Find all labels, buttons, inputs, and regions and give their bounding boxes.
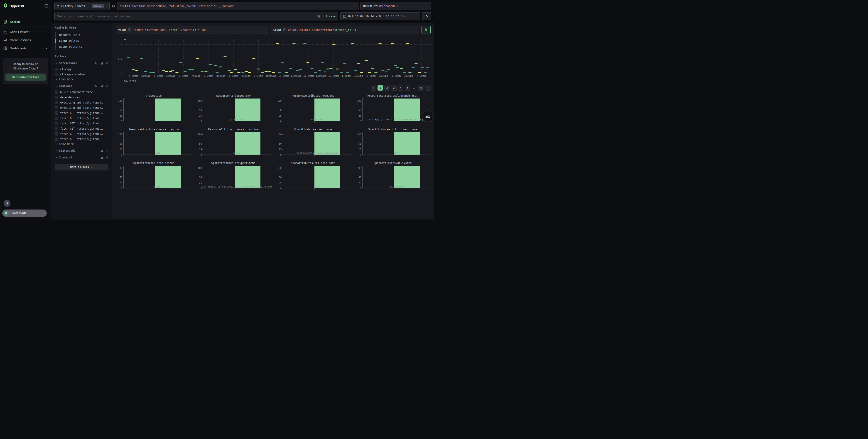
- checkbox[interactable]: [55, 138, 58, 141]
- sidebar-item-dashboards[interactable]: Dashboards: [0, 44, 51, 52]
- attribute-chart-spanattributes-net-peer-port[interactable]: SpanAttributes.net.peer.port100502508443: [275, 162, 351, 192]
- filter-value-row[interactable]: executing api route (app)…: [55, 100, 108, 105]
- filter-group-title: SpanName: [59, 84, 93, 88]
- filter-value-row[interactable]: clickpy: [55, 67, 108, 71]
- filter-value-row[interactable]: fetch GET https://github.…: [55, 116, 108, 120]
- bar-chart-icon[interactable]: [100, 149, 103, 152]
- v-gridline: [171, 39, 171, 73]
- filter-value-row[interactable]: fetch GET https://github.…: [55, 121, 108, 125]
- pin-icon[interactable]: [105, 85, 108, 88]
- select-expression-input[interactable]: SELECT Timestamp, ServiceName, StatusCod…: [117, 2, 359, 10]
- checkbox[interactable]: [55, 91, 58, 94]
- bar: [155, 132, 181, 154]
- source-select[interactable]: ClickPy Traces Schema: [55, 2, 110, 10]
- checkbox[interactable]: [55, 73, 58, 76]
- get-started-button[interactable]: Get Started for Free: [5, 74, 45, 81]
- bar-chart-icon[interactable]: [100, 62, 103, 65]
- filter-value-row[interactable]: fetch GET https://github.…: [55, 137, 108, 141]
- pagination-page-3[interactable]: 3: [391, 85, 397, 91]
- x-tick-label: 10:30am: [278, 75, 288, 78]
- checkbox[interactable]: [55, 96, 58, 99]
- show-more-link[interactable]: Show more: [55, 142, 108, 146]
- filter-value-row[interactable]: fetch GET https://github.…: [55, 131, 108, 136]
- attribute-chart-resourceattributes-vercel-region[interactable]: ResourceAttributes.vercel.region10050250…: [116, 128, 192, 159]
- event-delta-mark: [227, 70, 230, 70]
- filter-value-row[interactable]: clickpy-frontend: [55, 72, 108, 77]
- attribute-chart-spanattributes-http-scheme[interactable]: SpanAttributes.http.scheme10050250https: [116, 162, 192, 192]
- bar-chart-icon[interactable]: [100, 85, 103, 88]
- checkbox[interactable]: [55, 117, 58, 120]
- filter-group-header-spanname[interactable]: SpanName: [55, 84, 108, 88]
- pagination-page-2[interactable]: 2: [384, 85, 390, 91]
- y-tick-label: 0: [360, 120, 363, 123]
- search-icon[interactable]: [95, 62, 98, 65]
- value-expression-input[interactable]: Value ⓘ (countIf(StatusCode='Error')/cou…: [116, 26, 268, 34]
- event-delta-mark: [175, 72, 178, 73]
- attribute-chart-spanattributes-http-client-name[interactable]: SpanAttributes.http.client.name10050250h…: [354, 128, 431, 159]
- sidebar-item-chart-explorer[interactable]: Chart Explorer: [0, 28, 51, 36]
- search-input[interactable]: [57, 14, 315, 18]
- pagination-prev-button[interactable]: ‹: [371, 85, 376, 91]
- filter-group-header-servicename[interactable]: ServiceName: [55, 61, 108, 65]
- filter-group-header-spankind[interactable]: SpanKind: [55, 156, 108, 159]
- analysis-mode-event-patterns[interactable]: Event Patterns: [56, 44, 108, 50]
- attribute-chart-spanattributes-next-page[interactable]: SpanAttributes.next.page10050250/dashboa…: [275, 128, 351, 159]
- checkbox[interactable]: [55, 127, 58, 130]
- timeline-plot[interactable]: [124, 39, 431, 73]
- attribute-chart-spanattributes-net-peer-name[interactable]: SpanAttributes.net.peer.name10050250z5nr…: [195, 162, 271, 192]
- lucene-mode-button[interactable]: Lucene: [326, 15, 336, 18]
- source-settings-gear-icon[interactable]: ⚙: [112, 4, 115, 8]
- bar-chart-icon[interactable]: [100, 156, 103, 159]
- load-more-link[interactable]: Load more: [55, 78, 108, 81]
- more-filters-button[interactable]: More filters: [55, 164, 108, 171]
- help-button[interactable]: ?: [4, 200, 10, 207]
- analysis-mode-event-deltas[interactable]: Event Deltas: [56, 38, 108, 44]
- floating-panel-toggle-button[interactable]: [422, 110, 434, 122]
- checkbox[interactable]: [55, 68, 58, 71]
- checkbox[interactable]: [55, 132, 58, 136]
- attribute-chart-resourceattribu-vercel-runtime[interactable]: ResourceAttribu...vercel.runtime10050250…: [195, 128, 271, 159]
- filter-value-row[interactable]: dependencies: [55, 95, 108, 99]
- pin-icon[interactable]: [105, 149, 108, 152]
- analysis-mode-results-table[interactable]: Results Table: [56, 32, 108, 38]
- attribute-chart-tracestate[interactable]: TraceState10050250: [116, 94, 192, 125]
- timeline-date-label: 10/10/25: [124, 80, 431, 83]
- sidebar-item-client-sessions[interactable]: Client Sessions: [0, 36, 51, 44]
- filter-value-row[interactable]: fetch GET https://github.…: [55, 111, 108, 115]
- attribute-chart-spanattributes-db-system[interactable]: SpanAttributes.db.system10050250clickhou…: [354, 162, 431, 192]
- pagination-page-4[interactable]: 4: [398, 85, 403, 91]
- event-delta-mark: [180, 62, 182, 63]
- checkbox[interactable]: [55, 101, 58, 104]
- event-deltas-timeline-chart[interactable]: 00.51 4:30am5:00am5:30am6:00am6:30am7:00…: [116, 39, 431, 83]
- orderby-expression-input[interactable]: ORDER BY Timestamp DESC: [361, 2, 431, 10]
- filter-value-label: fetch GET https://github.…: [60, 122, 103, 125]
- pagination-page-5[interactable]: 5: [405, 85, 410, 91]
- filter-value-row[interactable]: build component tree: [55, 90, 108, 94]
- filter-group-header-statuscode[interactable]: StatusCode: [55, 149, 108, 152]
- pagination-next-button[interactable]: ›: [425, 85, 431, 91]
- attribute-chart-resourceattribu-cel-branch-host[interactable]: ResourceAttribu..cel.branch_host10050250…: [354, 94, 431, 125]
- checkbox[interactable]: [55, 112, 58, 115]
- pagination-page-1[interactable]: 1: [377, 85, 383, 91]
- checkbox[interactable]: [55, 106, 58, 109]
- filter-value-row[interactable]: fetch GET https://github.…: [55, 126, 108, 131]
- pin-icon[interactable]: [105, 156, 108, 159]
- query-run-button[interactable]: [422, 26, 431, 34]
- count-expression-input[interactable]: Count ⓘ countDistinct(SpanAttributes['us…: [271, 26, 419, 34]
- pin-icon[interactable]: [105, 62, 108, 65]
- sidebar-item-search[interactable]: Search: [0, 18, 51, 27]
- event-delta-mark: [391, 43, 394, 44]
- x-tick-label: 2:00pm: [367, 75, 376, 78]
- attribute-chart-resourceattributes-node-env[interactable]: ResourceAttributes.node.env10050250produ…: [275, 94, 351, 125]
- expression-token: [: [336, 28, 338, 32]
- checkbox[interactable]: [55, 122, 58, 125]
- attribute-chart-resourceattributes-env[interactable]: ResourceAttributes.env10050250production: [195, 94, 271, 125]
- search-icon[interactable]: [95, 85, 98, 88]
- local-mode-button[interactable]: U Local mode ›: [2, 209, 47, 217]
- sidebar-collapse-icon[interactable]: [44, 4, 48, 8]
- date-range-picker[interactable]: Oct 10 04:16:14 - Oct 10 16:16:14: [340, 12, 420, 20]
- filter-value-row[interactable]: executing api route (app)…: [55, 106, 108, 110]
- pagination-page-9[interactable]: 9: [418, 85, 424, 91]
- sql-mode-button[interactable]: SQL: [317, 15, 321, 18]
- search-run-button[interactable]: [422, 12, 431, 20]
